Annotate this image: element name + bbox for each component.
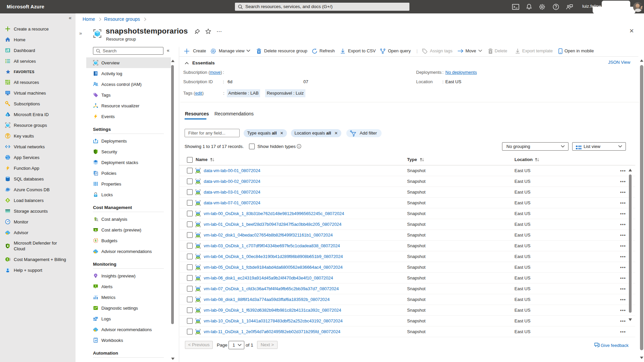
svg-text:$: $ [95, 239, 97, 242]
svg-text:$: $ [7, 258, 8, 261]
